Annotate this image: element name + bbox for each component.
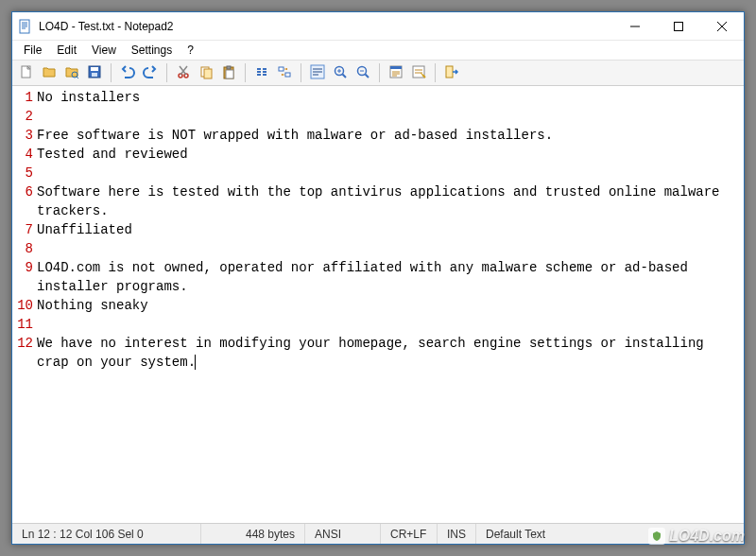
status-scheme: Default Text <box>476 524 571 544</box>
undo-button[interactable] <box>117 62 138 83</box>
line-text[interactable] <box>37 107 738 126</box>
text-caret <box>195 355 196 370</box>
line-text[interactable]: We have no interest in modifying your ho… <box>37 334 738 372</box>
zoom-in-icon <box>333 64 348 82</box>
line-number: 5 <box>12 164 37 182</box>
zoom-out-button[interactable] <box>352 62 373 83</box>
editor-line: 9LO4D.com is not owned, operated nor aff… <box>12 258 738 296</box>
status-bar: Ln 12 : 12 Col 106 Sel 0 448 bytes ANSI … <box>12 523 744 544</box>
line-text[interactable]: Nothing sneaky <box>37 296 738 315</box>
line-text[interactable]: No installers <box>37 88 738 107</box>
zoom-out-icon <box>355 64 370 82</box>
line-number: 12 <box>12 334 37 372</box>
line-text[interactable] <box>37 239 738 258</box>
undo-icon <box>120 64 135 82</box>
line-number: 3 <box>12 126 37 145</box>
scheme-button[interactable] <box>386 62 406 83</box>
app-icon <box>18 19 33 34</box>
save-button[interactable] <box>84 62 105 83</box>
maximize-button[interactable] <box>657 12 700 41</box>
save-icon <box>87 64 102 82</box>
menu-edit[interactable]: Edit <box>49 42 84 59</box>
copy-icon <box>198 64 214 82</box>
editor-line: 2 <box>12 107 738 126</box>
line-number: 1 <box>12 88 37 107</box>
word-wrap-icon <box>310 64 325 82</box>
svg-rect-20 <box>279 67 284 71</box>
editor-line: 6Software here is tested with the top an… <box>12 182 738 220</box>
title-bar: LO4D - Test.txt - Notepad2 <box>12 12 744 41</box>
editor-line: 4Tested and reviewed <box>12 145 738 164</box>
line-number: 9 <box>12 258 37 296</box>
exit-button[interactable] <box>441 62 462 83</box>
open-button[interactable] <box>39 62 60 83</box>
word-wrap-button[interactable] <box>307 62 328 83</box>
customize-button[interactable] <box>408 62 429 83</box>
scheme-icon <box>388 64 404 82</box>
paste-button[interactable] <box>218 62 239 83</box>
redo-button[interactable] <box>140 62 161 83</box>
svg-rect-10 <box>92 73 97 77</box>
replace-button[interactable] <box>274 62 295 83</box>
menu-file[interactable]: File <box>16 42 49 59</box>
line-number: 10 <box>12 296 37 315</box>
cut-button[interactable] <box>173 62 194 83</box>
svg-line-24 <box>343 74 347 78</box>
browse-button[interactable] <box>61 62 82 83</box>
line-text[interactable]: LO4D.com is not owned, operated nor affi… <box>37 258 738 296</box>
exit-icon <box>444 64 459 82</box>
menu-help[interactable]: ? <box>180 42 201 59</box>
close-button[interactable] <box>700 12 744 41</box>
line-text[interactable]: Unaffiliated <box>37 220 738 239</box>
line-number: 7 <box>12 220 37 239</box>
menu-settings[interactable]: Settings <box>124 42 180 59</box>
line-text[interactable] <box>37 164 738 182</box>
redo-icon <box>143 64 158 82</box>
find-button[interactable] <box>251 62 272 83</box>
line-text[interactable]: Free software is NOT wrapped with malwar… <box>37 126 738 145</box>
svg-rect-19 <box>227 66 231 69</box>
line-text[interactable]: Tested and reviewed <box>37 145 738 164</box>
window-title: LO4D - Test.txt - Notepad2 <box>39 20 613 33</box>
editor[interactable]: 1No installers23Free software is NOT wra… <box>12 86 744 523</box>
svg-rect-31 <box>390 66 402 69</box>
copy-button[interactable] <box>196 62 216 83</box>
editor-line: 12We have no interest in modifying your … <box>12 334 738 372</box>
svg-rect-16 <box>204 69 212 78</box>
line-text[interactable]: Software here is tested with the top ant… <box>37 182 738 220</box>
customize-icon <box>411 64 426 82</box>
browse-icon <box>64 64 79 82</box>
zoom-in-button[interactable] <box>330 62 351 83</box>
toolbar <box>12 60 744 86</box>
svg-rect-21 <box>285 73 290 77</box>
window-controls <box>613 12 744 40</box>
toolbar-separator <box>379 63 380 82</box>
status-encoding: ANSI <box>305 524 381 544</box>
menu-view[interactable]: View <box>84 42 124 59</box>
new-file-button[interactable] <box>16 62 37 83</box>
watermark: LO4D.com <box>648 528 745 545</box>
editor-line: 1No installers <box>12 88 738 107</box>
editor-line: 3Free software is NOT wrapped with malwa… <box>12 126 738 145</box>
menu-bar: File Edit View Settings ? <box>12 41 744 60</box>
watermark-text: LO4D.com <box>669 528 745 545</box>
editor-line: 10Nothing sneaky <box>12 296 738 315</box>
editor-line: 7Unaffiliated <box>12 220 738 239</box>
svg-rect-2 <box>675 23 683 31</box>
line-number: 8 <box>12 239 37 258</box>
toolbar-separator <box>245 63 246 82</box>
toolbar-separator <box>435 63 436 82</box>
status-size: 448 bytes <box>201 524 305 544</box>
svg-rect-18 <box>226 70 233 78</box>
status-position: Ln 12 : 12 Col 106 Sel 0 <box>12 524 201 544</box>
line-text[interactable] <box>37 315 738 334</box>
watermark-badge-icon <box>648 528 665 545</box>
line-number: 6 <box>12 182 37 220</box>
line-number: 2 <box>12 107 37 126</box>
toolbar-separator <box>301 63 301 82</box>
svg-line-28 <box>366 74 369 78</box>
minimize-button[interactable] <box>613 12 657 41</box>
toolbar-separator <box>111 63 112 82</box>
cut-icon <box>176 64 191 82</box>
svg-line-7 <box>77 77 78 78</box>
